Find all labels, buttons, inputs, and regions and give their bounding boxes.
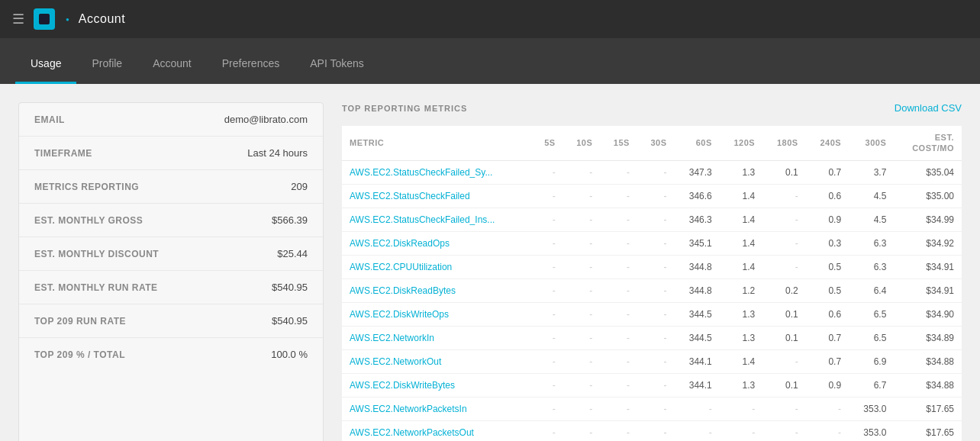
cell-30s: - [637,373,675,397]
cell-300s: 353.0 [849,420,894,441]
cell-120s: 1.3 [720,326,762,349]
cell-120s: - [720,397,762,420]
cell-metric[interactable]: AWS.EC2.NetworkPacketsIn [342,397,532,420]
metric-link[interactable]: AWS.EC2.DiskReadBytes [350,285,456,296]
cell-metric[interactable]: AWS.EC2.StatusCheckFailed_Sy... [342,160,532,184]
cell-300s: 6.3 [849,231,894,255]
cell-metric[interactable]: AWS.EC2.DiskReadOps [342,231,532,255]
tab-profile[interactable]: Profile [76,57,137,84]
cell-metric[interactable]: AWS.EC2.DiskWriteOps [342,302,532,326]
metric-link[interactable]: AWS.EC2.StatusCheckFailed [350,191,470,201]
info-row: EST. MONTHLY RUN RATE $540.95 [19,271,323,304]
cell-10s: - [563,278,601,302]
cell-300s: 4.5 [849,184,894,208]
tab-account[interactable]: Account [137,57,207,84]
cell-180s: 0.2 [762,278,805,302]
menu-icon[interactable]: ☰ [12,11,24,27]
tab-usage[interactable]: Usage [15,57,76,84]
table-row: AWS.EC2.DiskWriteOps----344.51.30.10.66.… [342,302,962,326]
cell-240s: 0.6 [806,302,849,326]
cell-180s: - [762,420,805,441]
cell-metric[interactable]: AWS.EC2.StatusCheckFailed [342,184,532,208]
cell-metric[interactable]: AWS.EC2.CPUUtilization [342,255,532,278]
cell-180s: - [762,184,805,208]
cell-300s: 6.5 [849,326,894,349]
cell-metric[interactable]: AWS.EC2.DiskReadBytes [342,278,532,302]
cell-300s: 6.3 [849,255,894,278]
cell-180s: - [762,349,805,373]
col-header-180s: 180S [762,126,805,160]
cell-5s: - [532,278,563,302]
info-label: TOP 209 RUN RATE [19,304,186,338]
col-header-60s: 60S [675,126,720,160]
table-row: AWS.EC2.DiskReadBytes----344.81.20.20.56… [342,278,962,302]
cell-30s: - [637,397,675,420]
cell-5s: - [532,208,563,231]
tab-api-tokens[interactable]: API Tokens [295,57,379,84]
info-label: EST. MONTHLY GROSS [19,204,186,237]
cell-est-cost: $34.92 [894,231,962,255]
cell-10s: - [563,373,601,397]
cell-180s: - [762,397,805,420]
info-value: demo@librato.com [186,103,323,137]
cell-300s: 3.7 [849,160,894,184]
metric-link[interactable]: AWS.EC2.StatusCheckFailed_Sy... [350,167,492,178]
cell-10s: - [563,397,601,420]
info-label: EST. MONTHLY DISCOUNT [19,237,186,271]
tabbar: Usage Profile Account Preferences API To… [0,38,980,84]
cell-180s: 0.1 [762,373,805,397]
cell-60s: 344.5 [675,302,720,326]
cell-metric[interactable]: AWS.EC2.NetworkIn [342,326,532,349]
metric-link[interactable]: AWS.EC2.NetworkPacketsIn [350,404,467,414]
cell-5s: - [532,302,563,326]
cell-240s: 0.5 [806,278,849,302]
metric-link[interactable]: AWS.EC2.CPUUtilization [350,262,452,272]
cell-240s: 0.7 [806,349,849,373]
left-panel: EMAIL demo@librato.com TIMEFRAME Last 24… [18,102,324,441]
table-row: AWS.EC2.NetworkIn----344.51.30.10.76.5$3… [342,326,962,349]
cell-10s: - [563,184,601,208]
cell-10s: - [563,326,601,349]
metric-link[interactable]: AWS.EC2.StatusCheckFailed_Ins... [350,214,495,225]
info-value: $25.44 [186,237,323,271]
cell-metric[interactable]: AWS.EC2.StatusCheckFailed_Ins... [342,208,532,231]
cell-est-cost: $34.88 [894,349,962,373]
cell-120s: 1.4 [720,255,762,278]
cell-300s: 6.9 [849,349,894,373]
metric-link[interactable]: AWS.EC2.DiskWriteBytes [350,380,455,391]
metrics-table: METRIC5S10S15S30S60S120S180S240S300SEST.… [342,126,962,441]
metric-link[interactable]: AWS.EC2.DiskWriteOps [350,309,449,320]
table-row: AWS.EC2.DiskWriteBytes----344.11.30.10.9… [342,373,962,397]
cell-15s: - [600,302,637,326]
cell-metric[interactable]: AWS.EC2.DiskWriteBytes [342,373,532,397]
topbar: ☰ ● Account [0,0,980,38]
metric-link[interactable]: AWS.EC2.NetworkIn [350,333,434,343]
cell-240s: - [806,397,849,420]
metric-link[interactable]: AWS.EC2.DiskReadOps [350,238,450,249]
metric-link[interactable]: AWS.EC2.NetworkOut [350,356,441,367]
app-title: Account [79,12,125,26]
cell-15s: - [600,373,637,397]
cell-180s: - [762,208,805,231]
table-row: AWS.EC2.NetworkOut----344.11.4-0.76.9$34… [342,349,962,373]
cell-15s: - [600,420,637,441]
tab-preferences[interactable]: Preferences [207,57,295,84]
cell-est-cost: $34.88 [894,373,962,397]
cell-5s: - [532,160,563,184]
cell-240s: - [806,420,849,441]
cell-15s: - [600,184,637,208]
right-panel: TOP REPORTING METRICS Download CSV METRI… [342,102,962,441]
cell-10s: - [563,420,601,441]
info-value: $566.39 [186,204,323,237]
cell-5s: - [532,397,563,420]
cell-est-cost: $34.91 [894,278,962,302]
download-csv-link[interactable]: Download CSV [895,102,962,114]
cell-15s: - [600,255,637,278]
cell-180s: 0.1 [762,326,805,349]
cell-metric[interactable]: AWS.EC2.NetworkOut [342,349,532,373]
cell-240s: 0.7 [806,326,849,349]
col-header-15s: 15S [600,126,637,160]
table-row: AWS.EC2.StatusCheckFailed----346.61.4-0.… [342,184,962,208]
cell-metric[interactable]: AWS.EC2.NetworkPacketsOut [342,420,532,441]
metric-link[interactable]: AWS.EC2.NetworkPacketsOut [350,427,474,438]
